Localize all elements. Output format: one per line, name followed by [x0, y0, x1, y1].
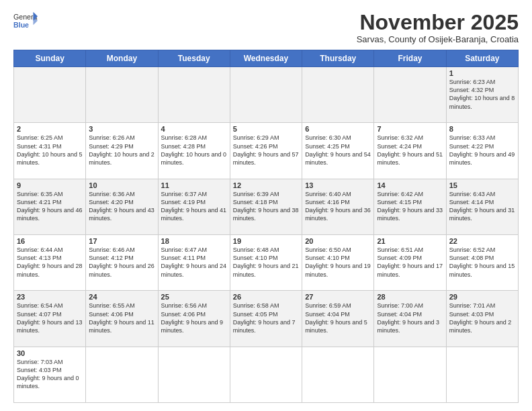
calendar-cell	[302, 347, 374, 402]
cell-sun-info: Sunrise: 6:23 AM Sunset: 4:32 PM Dayligh…	[449, 78, 515, 111]
cell-date-number: 29	[449, 293, 515, 301]
calendar-cell	[86, 347, 158, 402]
calendar-cell: 16Sunrise: 6:44 AM Sunset: 4:13 PM Dayli…	[14, 235, 86, 291]
cell-date-number: 16	[17, 237, 83, 245]
cell-date-number: 9	[17, 181, 83, 189]
calendar-cell	[230, 347, 302, 402]
calendar-week-row: 2Sunrise: 6:25 AM Sunset: 4:31 PM Daylig…	[14, 123, 519, 179]
cell-date-number: 23	[17, 293, 83, 301]
cell-sun-info: Sunrise: 6:50 AM Sunset: 4:10 PM Dayligh…	[305, 246, 371, 279]
calendar-cell: 19Sunrise: 6:48 AM Sunset: 4:10 PM Dayli…	[230, 235, 302, 291]
calendar-cell: 28Sunrise: 7:00 AM Sunset: 4:04 PM Dayli…	[374, 291, 446, 347]
cell-sun-info: Sunrise: 6:30 AM Sunset: 4:25 PM Dayligh…	[305, 134, 371, 167]
cell-sun-info: Sunrise: 6:46 AM Sunset: 4:12 PM Dayligh…	[89, 246, 154, 279]
cell-sun-info: Sunrise: 6:25 AM Sunset: 4:31 PM Dayligh…	[17, 134, 83, 167]
cell-date-number: 20	[305, 237, 371, 245]
calendar-cell: 7Sunrise: 6:32 AM Sunset: 4:24 PM Daylig…	[374, 123, 446, 179]
cell-sun-info: Sunrise: 6:35 AM Sunset: 4:21 PM Dayligh…	[17, 190, 83, 223]
header-friday: Friday	[374, 50, 446, 67]
cell-sun-info: Sunrise: 6:59 AM Sunset: 4:04 PM Dayligh…	[305, 302, 371, 334]
cell-date-number: 8	[449, 125, 515, 133]
cell-sun-info: Sunrise: 7:01 AM Sunset: 4:03 PM Dayligh…	[449, 302, 515, 334]
cell-sun-info: Sunrise: 6:28 AM Sunset: 4:28 PM Dayligh…	[161, 134, 227, 167]
month-title: November 2025	[357, 11, 519, 34]
svg-text:Blue: Blue	[13, 21, 29, 29]
header-tuesday: Tuesday	[158, 50, 230, 67]
cell-sun-info: Sunrise: 6:47 AM Sunset: 4:11 PM Dayligh…	[161, 246, 227, 279]
calendar-cell: 29Sunrise: 7:01 AM Sunset: 4:03 PM Dayli…	[446, 291, 518, 347]
calendar-cell	[446, 347, 518, 402]
header-saturday: Saturday	[446, 50, 518, 67]
calendar-cell	[302, 67, 374, 123]
calendar-cell: 23Sunrise: 6:54 AM Sunset: 4:07 PM Dayli…	[14, 291, 86, 347]
calendar-cell: 5Sunrise: 6:29 AM Sunset: 4:26 PM Daylig…	[230, 123, 302, 179]
cell-date-number: 30	[17, 349, 83, 357]
calendar-table: Sunday Monday Tuesday Wednesday Thursday…	[13, 50, 519, 403]
cell-date-number: 19	[233, 237, 299, 245]
cell-sun-info: Sunrise: 6:37 AM Sunset: 4:19 PM Dayligh…	[161, 190, 227, 223]
cell-sun-info: Sunrise: 6:32 AM Sunset: 4:24 PM Dayligh…	[377, 134, 443, 167]
calendar-cell	[14, 67, 86, 123]
calendar-week-row: 1Sunrise: 6:23 AM Sunset: 4:32 PM Daylig…	[14, 67, 519, 123]
weekday-header-row: Sunday Monday Tuesday Wednesday Thursday…	[14, 50, 519, 67]
cell-date-number: 18	[161, 237, 227, 245]
cell-date-number: 26	[233, 293, 299, 301]
cell-sun-info: Sunrise: 7:00 AM Sunset: 4:04 PM Dayligh…	[377, 302, 443, 334]
calendar-cell: 27Sunrise: 6:59 AM Sunset: 4:04 PM Dayli…	[302, 291, 374, 347]
cell-sun-info: Sunrise: 6:26 AM Sunset: 4:29 PM Dayligh…	[89, 134, 154, 167]
cell-sun-info: Sunrise: 6:36 AM Sunset: 4:20 PM Dayligh…	[89, 190, 154, 223]
cell-sun-info: Sunrise: 6:39 AM Sunset: 4:18 PM Dayligh…	[233, 190, 299, 223]
header-monday: Monday	[86, 50, 158, 67]
cell-sun-info: Sunrise: 6:40 AM Sunset: 4:16 PM Dayligh…	[305, 190, 371, 223]
calendar-cell: 6Sunrise: 6:30 AM Sunset: 4:25 PM Daylig…	[302, 123, 374, 179]
cell-date-number: 14	[377, 181, 443, 189]
cell-date-number: 13	[305, 181, 371, 189]
cell-sun-info: Sunrise: 6:56 AM Sunset: 4:06 PM Dayligh…	[161, 302, 227, 334]
header: General Blue November 2025 Sarvas, Count…	[13, 11, 519, 44]
calendar-cell: 4Sunrise: 6:28 AM Sunset: 4:28 PM Daylig…	[158, 123, 230, 179]
cell-sun-info: Sunrise: 6:29 AM Sunset: 4:26 PM Dayligh…	[233, 134, 299, 167]
cell-date-number: 3	[89, 125, 154, 133]
title-block: November 2025 Sarvas, County of Osijek-B…	[357, 11, 519, 44]
cell-date-number: 15	[449, 181, 515, 189]
calendar-cell: 15Sunrise: 6:43 AM Sunset: 4:14 PM Dayli…	[446, 179, 518, 234]
cell-sun-info: Sunrise: 6:51 AM Sunset: 4:09 PM Dayligh…	[377, 246, 443, 279]
cell-date-number: 17	[89, 237, 154, 245]
header-sunday: Sunday	[14, 50, 86, 67]
calendar-cell: 10Sunrise: 6:36 AM Sunset: 4:20 PM Dayli…	[86, 179, 158, 234]
calendar-cell: 18Sunrise: 6:47 AM Sunset: 4:11 PM Dayli…	[158, 235, 230, 291]
calendar-cell: 22Sunrise: 6:52 AM Sunset: 4:08 PM Dayli…	[446, 235, 518, 291]
cell-date-number: 1	[449, 69, 515, 77]
subtitle: Sarvas, County of Osijek-Baranja, Croati…	[357, 34, 519, 44]
calendar-cell: 24Sunrise: 6:55 AM Sunset: 4:06 PM Dayli…	[86, 291, 158, 347]
header-wednesday: Wednesday	[230, 50, 302, 67]
cell-sun-info: Sunrise: 6:33 AM Sunset: 4:22 PM Dayligh…	[449, 134, 515, 167]
generalblue-logo-icon: General Blue	[13, 11, 38, 30]
calendar-cell: 13Sunrise: 6:40 AM Sunset: 4:16 PM Dayli…	[302, 179, 374, 234]
calendar-cell	[230, 67, 302, 123]
logo: General Blue	[13, 11, 38, 30]
cell-sun-info: Sunrise: 6:43 AM Sunset: 4:14 PM Dayligh…	[449, 190, 515, 223]
cell-date-number: 5	[233, 125, 299, 133]
calendar-cell	[158, 67, 230, 123]
cell-date-number: 28	[377, 293, 443, 301]
cell-date-number: 10	[89, 181, 154, 189]
cell-sun-info: Sunrise: 7:03 AM Sunset: 4:03 PM Dayligh…	[17, 358, 83, 391]
calendar-cell	[158, 347, 230, 402]
cell-date-number: 6	[305, 125, 371, 133]
cell-date-number: 4	[161, 125, 227, 133]
cell-date-number: 11	[161, 181, 227, 189]
calendar-cell: 14Sunrise: 6:42 AM Sunset: 4:15 PM Dayli…	[374, 179, 446, 234]
cell-sun-info: Sunrise: 6:55 AM Sunset: 4:06 PM Dayligh…	[89, 302, 154, 334]
calendar-cell: 25Sunrise: 6:56 AM Sunset: 4:06 PM Dayli…	[158, 291, 230, 347]
calendar-week-row: 30Sunrise: 7:03 AM Sunset: 4:03 PM Dayli…	[14, 347, 519, 402]
calendar-cell: 8Sunrise: 6:33 AM Sunset: 4:22 PM Daylig…	[446, 123, 518, 179]
calendar-week-row: 23Sunrise: 6:54 AM Sunset: 4:07 PM Dayli…	[14, 291, 519, 347]
cell-date-number: 12	[233, 181, 299, 189]
calendar-week-row: 9Sunrise: 6:35 AM Sunset: 4:21 PM Daylig…	[14, 179, 519, 234]
cell-date-number: 2	[17, 125, 83, 133]
calendar-cell: 30Sunrise: 7:03 AM Sunset: 4:03 PM Dayli…	[14, 347, 86, 402]
cell-date-number: 7	[377, 125, 443, 133]
cell-sun-info: Sunrise: 6:42 AM Sunset: 4:15 PM Dayligh…	[377, 190, 443, 223]
calendar-cell: 2Sunrise: 6:25 AM Sunset: 4:31 PM Daylig…	[14, 123, 86, 179]
